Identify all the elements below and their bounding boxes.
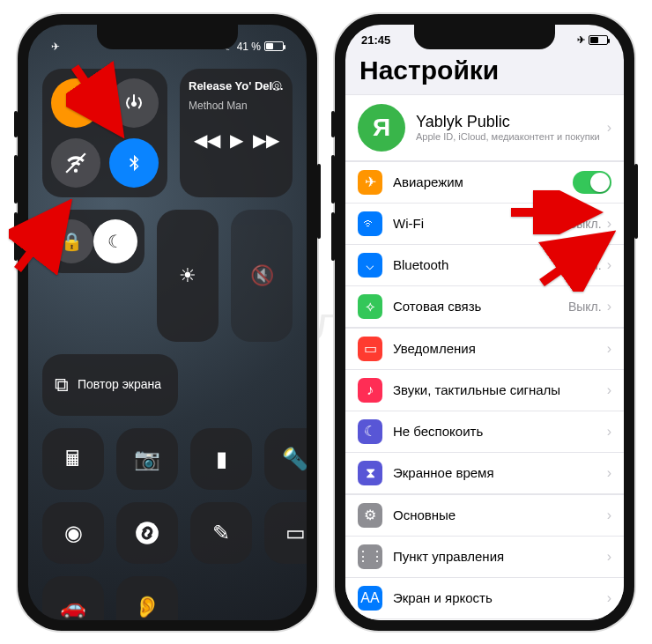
profile-sub: Apple ID, iCloud, медиаконтент и покупки xyxy=(416,131,607,142)
avatar: Я xyxy=(358,104,405,152)
airplane-mode-toggle[interactable]: ✈ xyxy=(51,78,100,128)
row-label: Сотовая связь xyxy=(393,299,568,314)
row-value: Выкл. xyxy=(568,300,602,314)
airplay-icon[interactable]: ◎ xyxy=(271,78,282,92)
cellular-toggle[interactable] xyxy=(109,78,159,128)
chevron-right-icon: › xyxy=(607,382,611,398)
row-value: Вкл. xyxy=(577,258,602,272)
screen-record-button[interactable]: ◉ xyxy=(42,502,104,564)
brightness-slider[interactable]: ☀ xyxy=(157,210,219,342)
shazam-icon xyxy=(135,521,159,545)
general-row-2[interactable]: AAЭкран и яркость› xyxy=(345,578,624,619)
bluetooth-icon xyxy=(124,153,144,173)
row-label: Bluetooth xyxy=(393,257,577,272)
calculator-button[interactable]: 🖩 xyxy=(42,428,104,490)
low-power-button[interactable]: ▭ xyxy=(264,502,307,564)
row-label: Экранное время xyxy=(393,465,607,480)
row-icon: ⚙ xyxy=(358,503,382,528)
row-label: Экран и яркость xyxy=(393,590,607,605)
row-label: Звуки, тактильные сигналы xyxy=(393,382,607,397)
notifications-row-2[interactable]: ☾Не беспокоить› xyxy=(345,411,624,453)
volume-slider[interactable]: 🔇 xyxy=(231,210,293,342)
chevron-right-icon: › xyxy=(607,120,611,136)
chevron-right-icon: › xyxy=(607,299,611,315)
toggle-switch[interactable] xyxy=(573,171,611,194)
profile-name: Yablyk Public xyxy=(416,113,607,131)
screen-mirror-button[interactable]: ⧉ Повтор экрана xyxy=(42,354,178,416)
notes-button[interactable]: ✎ xyxy=(190,502,252,564)
notifications-row-1[interactable]: ♪Звуки, тактильные сигналы› xyxy=(345,370,624,411)
row-label: Основные xyxy=(393,507,607,522)
play-button[interactable]: ▶ xyxy=(230,130,243,151)
battery-icon xyxy=(589,35,608,45)
row-label: Пункт управления xyxy=(393,549,607,564)
row-icon: ⟡ xyxy=(358,294,382,319)
connectivity-row-1[interactable]: ᯤWi-FiВыкл.› xyxy=(345,204,624,245)
remote-button[interactable]: ▮ xyxy=(190,428,252,490)
apple-id-row[interactable]: Я Yablyk Public Apple ID, iCloud, медиак… xyxy=(345,95,624,160)
notifications-row-0[interactable]: ▭Уведомления› xyxy=(345,329,624,370)
row-label: Wi-Fi xyxy=(393,216,568,231)
prev-track-button[interactable]: ◀◀ xyxy=(194,130,220,151)
focus-panel: 🔒 ☾ xyxy=(42,210,144,273)
notch xyxy=(414,25,555,49)
wifi-off-icon xyxy=(64,152,87,174)
chevron-right-icon: › xyxy=(607,341,611,357)
svg-point-1 xyxy=(136,522,159,544)
chevron-right-icon: › xyxy=(607,424,611,440)
row-icon: ⌵ xyxy=(358,253,382,278)
connectivity-panel[interactable]: ✈ xyxy=(42,69,167,197)
general-row-1[interactable]: ⋮⋮Пункт управления› xyxy=(345,537,624,578)
camera-button[interactable]: 📷 xyxy=(116,428,178,490)
bluetooth-toggle[interactable] xyxy=(109,138,159,188)
row-icon: ⧗ xyxy=(358,461,382,485)
battery-icon xyxy=(264,41,284,51)
screen-mirror-label: Повтор экрана xyxy=(78,378,161,391)
connectivity-row-0[interactable]: ✈Авиарежим xyxy=(345,162,624,204)
chevron-right-icon: › xyxy=(607,549,611,565)
general-row-0[interactable]: ⚙Основные› xyxy=(345,495,624,537)
dnd-button[interactable]: ☾ xyxy=(93,219,137,263)
track-artist: Method Man xyxy=(189,100,284,112)
chevron-right-icon: › xyxy=(607,465,611,481)
row-label: Не беспокоить xyxy=(393,424,607,439)
car-button[interactable]: 🚗 xyxy=(42,576,104,620)
row-label: Авиарежим xyxy=(393,174,573,189)
page-title: Настройки xyxy=(345,48,624,94)
chevron-right-icon: › xyxy=(607,507,611,523)
status-time: 21:45 xyxy=(361,33,390,47)
row-label: Уведомления xyxy=(393,341,607,356)
orientation-lock-button[interactable]: 🔒 xyxy=(49,219,93,263)
row-icon: AA xyxy=(358,586,382,611)
phone-settings: 21:45 ✈ Настройки Я Yablyk Public Apple … xyxy=(335,14,634,631)
hearing-button[interactable]: 👂 xyxy=(116,576,178,620)
antenna-icon xyxy=(123,93,144,114)
row-icon: ♪ xyxy=(358,378,382,403)
notifications-row-3[interactable]: ⧗Экранное время› xyxy=(345,453,624,493)
row-icon: ⋮⋮ xyxy=(358,544,382,569)
row-icon: ᯤ xyxy=(358,211,382,236)
battery-pct: 41 % xyxy=(237,41,261,53)
row-value: Выкл. xyxy=(568,217,602,231)
media-panel[interactable]: ◎ Release Yo' Del… Method Man ◀◀ ▶ ▶▶ xyxy=(180,69,293,197)
next-track-button[interactable]: ▶▶ xyxy=(253,130,279,151)
phone-control-center: ✈ ☾ 41 % ✈ xyxy=(18,14,317,631)
shazam-button[interactable] xyxy=(116,502,178,564)
row-icon: ☾ xyxy=(358,419,382,444)
row-icon: ▭ xyxy=(358,337,382,361)
connectivity-row-2[interactable]: ⌵BluetoothВкл.› xyxy=(345,245,624,286)
track-title: Release Yo' Del… xyxy=(189,79,284,93)
notch xyxy=(97,25,238,49)
general-row-3[interactable]: ▦Экран «Домой»› xyxy=(345,619,624,620)
screen-mirror-icon: ⧉ xyxy=(55,374,69,396)
row-icon: ✈ xyxy=(358,170,382,195)
connectivity-row-3[interactable]: ⟡Сотовая связьВыкл.› xyxy=(345,286,624,327)
flashlight-button[interactable]: 🔦 xyxy=(264,428,307,490)
airplane-indicator: ✈ xyxy=(577,34,585,46)
chevron-right-icon: › xyxy=(607,590,611,606)
airplane-indicator: ✈ xyxy=(51,41,60,53)
wifi-toggle[interactable] xyxy=(51,138,100,188)
chevron-right-icon: › xyxy=(607,257,611,273)
chevron-right-icon: › xyxy=(607,216,611,232)
